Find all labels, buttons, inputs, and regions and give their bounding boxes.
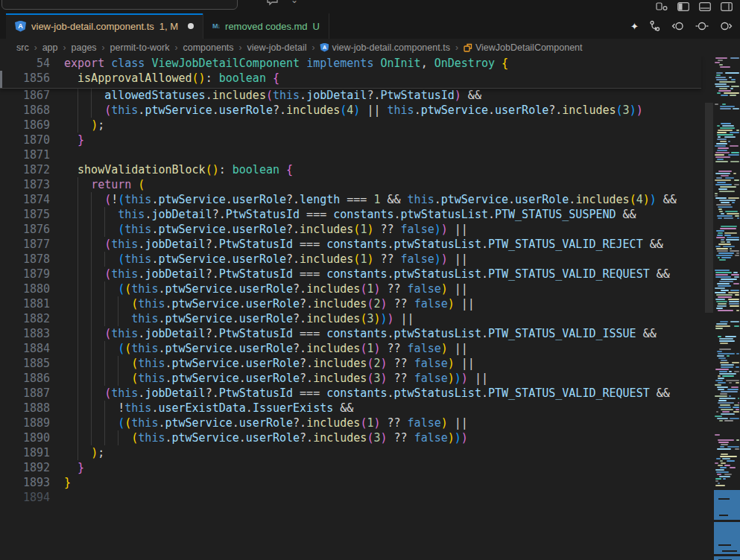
minimap-code-mark xyxy=(721,462,727,464)
sticky-line[interactable]: 54export class ViewJobDetailComponent im… xyxy=(0,56,701,71)
sticky-line[interactable]: 1856 isApprovalAllowed(): boolean { xyxy=(0,71,701,86)
code-line[interactable]: 1872 showValidationBlock(): boolean { xyxy=(0,162,701,177)
line-number[interactable]: 1884 xyxy=(0,341,50,356)
breadcrumb-item-components[interactable]: components xyxy=(183,42,233,53)
code-line[interactable]: 1891 ); xyxy=(0,445,701,460)
line-number[interactable]: 1886 xyxy=(0,371,50,386)
code-line[interactable]: 1883 (this.jobDetail?.PtwStatusId === co… xyxy=(0,326,701,341)
code-line[interactable]: 1881 (this.ptwService.userRole?.includes… xyxy=(0,296,701,311)
minimap-code-mark xyxy=(720,362,729,363)
code-line[interactable]: 1867 allowedStatuses.includes(this.jobDe… xyxy=(0,88,701,103)
next-change-icon[interactable] xyxy=(719,20,733,32)
command-center-searchbox[interactable] xyxy=(1,0,238,10)
line-number[interactable]: 1885 xyxy=(0,356,50,371)
line-number[interactable]: 1879 xyxy=(0,267,50,281)
line-number[interactable]: 1875 xyxy=(0,207,50,222)
code-line[interactable]: 1873 return ( xyxy=(0,177,701,192)
tab-view-job-detail[interactable]: A view-job-detail.component.ts 1, M xyxy=(6,13,203,39)
code-line[interactable]: 1874 (!(this.ptwService.userRole?.length… xyxy=(0,192,701,207)
breadcrumb-item-src[interactable]: src xyxy=(16,42,29,53)
code-line[interactable]: 1879 (this.jobDetail?.PtwStatusId === co… xyxy=(0,267,701,281)
line-number[interactable]: 1888 xyxy=(0,401,50,416)
line-number[interactable]: 1869 xyxy=(0,118,50,133)
breadcrumb-file[interactable]: view-job-detail.component.ts xyxy=(332,42,449,53)
toggle-primary-sidebar-icon[interactable] xyxy=(677,1,689,10)
toggle-panel-icon[interactable] xyxy=(699,1,711,10)
line-number[interactable]: 1890 xyxy=(0,430,50,445)
sticky-scroll[interactable]: 54export class ViewJobDetailComponent im… xyxy=(0,56,701,89)
minimap-code-mark xyxy=(719,373,736,375)
minimap-code-mark xyxy=(733,108,739,109)
code-line[interactable]: 1877 (this.jobDetail?.PtwStatusId === co… xyxy=(0,237,701,252)
open-changes-icon[interactable] xyxy=(695,20,709,32)
line-number[interactable]: 1889 xyxy=(0,416,50,430)
line-number[interactable]: 1880 xyxy=(0,281,50,296)
unsaved-dot[interactable] xyxy=(188,23,194,29)
code-line[interactable]: 1878 (this.ptwService.userRole?.includes… xyxy=(0,252,701,267)
code-area[interactable]: 1867 allowedStatuses.includes(this.jobDe… xyxy=(0,88,701,505)
code-line[interactable]: 1887 (this.jobDetail?.PtwStatusId === co… xyxy=(0,386,701,401)
line-number[interactable]: 1871 xyxy=(0,147,50,162)
code-line[interactable]: 1870 } xyxy=(0,133,701,147)
source-control-graph-icon[interactable] xyxy=(649,20,661,32)
previous-change-icon[interactable] xyxy=(671,20,685,32)
breadcrumb-item-permit-to-work[interactable]: permit-to-work xyxy=(110,42,170,53)
breadcrumb-item-pages[interactable]: pages xyxy=(72,42,97,53)
vertical-scrollbar[interactable] xyxy=(704,56,714,560)
line-number[interactable]: 1856 xyxy=(0,71,50,86)
minimap[interactable] xyxy=(714,56,740,560)
code-line[interactable]: 1880 ((this.ptwService.userRole?.include… xyxy=(0,281,701,296)
line-number[interactable]: 1892 xyxy=(0,460,50,475)
code-line[interactable]: 1890 (this.ptwService.userRole?.includes… xyxy=(0,430,701,445)
line-number[interactable]: 1894 xyxy=(0,490,50,505)
code-line[interactable]: 1876 (this.ptwService.userRole?.includes… xyxy=(0,222,701,237)
code-line[interactable]: 1888 !this.userExistData.IssuerExists && xyxy=(0,401,701,416)
line-number[interactable]: 1868 xyxy=(0,103,50,118)
line-number[interactable]: 1877 xyxy=(0,237,50,252)
customize-layout-icon[interactable] xyxy=(656,1,668,10)
line-number[interactable]: 1876 xyxy=(0,222,50,237)
line-number[interactable]: 1872 xyxy=(0,162,50,177)
code-line[interactable]: 1885 (this.ptwService.userRole?.includes… xyxy=(0,356,701,371)
code-line[interactable]: 1886 (this.ptwService.userRole?.includes… xyxy=(0,371,701,386)
line-number[interactable]: 1873 xyxy=(0,177,50,192)
line-number[interactable]: 1870 xyxy=(0,133,50,147)
toggle-secondary-sidebar-icon[interactable] xyxy=(721,1,733,10)
breadcrumb-symbol[interactable]: ViewJobDetailComponent xyxy=(475,42,583,53)
tab-removed-codes[interactable]: M↓ removed codes.md U xyxy=(203,13,329,39)
breadcrumb-item-app[interactable]: app xyxy=(42,42,58,53)
scrollbar-slider[interactable] xyxy=(705,103,713,313)
copilot-sparkle-icon[interactable]: ✦ xyxy=(630,21,639,32)
line-number[interactable]: 1881 xyxy=(0,296,50,311)
line-number[interactable]: 1882 xyxy=(0,311,50,326)
tab-git-decoration: U xyxy=(313,21,320,32)
line-number[interactable]: 1883 xyxy=(0,326,50,341)
code-line[interactable]: 1869 ); xyxy=(0,118,701,133)
line-number[interactable]: 1874 xyxy=(0,192,50,207)
code-line[interactable]: 1871 xyxy=(0,147,701,162)
minimap-code-mark xyxy=(736,439,739,441)
line-number[interactable]: 1878 xyxy=(0,252,50,267)
code-line[interactable]: 1868 (this.ptwService.userRole?.includes… xyxy=(0,103,701,118)
line-number[interactable]: 1891 xyxy=(0,445,50,460)
tab-label: view-job-detail.component.ts xyxy=(31,21,154,32)
chat-bubble-icon[interactable] xyxy=(267,0,280,8)
code-line[interactable]: 1894 xyxy=(0,490,701,505)
code-line[interactable]: 1882 this.ptwService.userRole?.includes(… xyxy=(0,311,701,326)
editor[interactable]: 1867 allowedStatuses.includes(this.jobDe… xyxy=(0,56,740,560)
line-number[interactable]: 1867 xyxy=(0,88,50,103)
breadcrumb-item-view-job-detail[interactable]: view-job-detail xyxy=(247,42,307,53)
code-line[interactable]: 1893} xyxy=(0,475,701,490)
code-line[interactable]: 1892 } xyxy=(0,460,701,475)
minimap-code-mark xyxy=(728,299,739,300)
line-number[interactable]: 54 xyxy=(0,56,50,71)
minimap-code-mark xyxy=(718,285,731,287)
line-number[interactable]: 1887 xyxy=(0,386,50,401)
chevron-down-icon[interactable]: ⌄ xyxy=(291,0,298,5)
line-number[interactable]: 1893 xyxy=(0,475,50,490)
minimap-code-mark xyxy=(722,125,734,127)
minimap-code-mark xyxy=(730,418,739,419)
code-line[interactable]: 1875 this.jobDetail?.PtwStatusId === con… xyxy=(0,207,701,222)
code-line[interactable]: 1889 ((this.ptwService.userRole?.include… xyxy=(0,416,701,430)
code-line[interactable]: 1884 ((this.ptwService.userRole?.include… xyxy=(0,341,701,356)
